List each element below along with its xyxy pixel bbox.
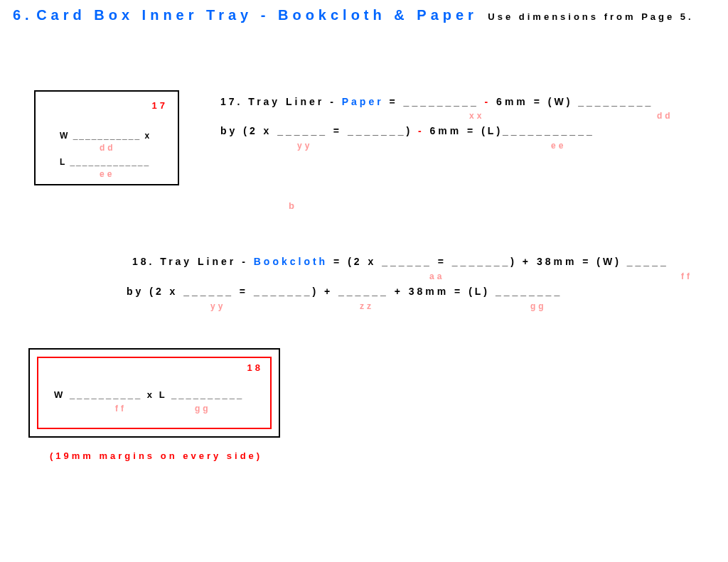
f17b-sub-ee: ee (551, 141, 566, 151)
f17b-by: by (220, 125, 243, 136)
f17-mid: = _________ (384, 96, 485, 107)
diagram-box-17: 17 W ___________ x dd L _____________ ee (34, 90, 179, 185)
f18b-sub-yy: yy (210, 301, 225, 311)
box17-l-line: L _____________ (60, 157, 150, 167)
f18-prefix: 18. Tray Liner - (132, 256, 254, 267)
loose-b-label: b (289, 200, 296, 211)
f18-tail: = (2 x ______ = _______) + 38mm = (W) __… (328, 256, 669, 267)
f18-sub-ff: ff (681, 271, 692, 281)
box18-sub-gg: gg (195, 404, 211, 414)
margins-note: (19mm margins on every side) (50, 450, 262, 461)
box17-number: 17 (152, 100, 168, 111)
f17b-minus: - (412, 125, 429, 136)
f17b-tail: 6mm = (L)___________ (430, 125, 595, 136)
f17-sub-xx: xx (469, 111, 484, 121)
f17b-sub-yy: yy (297, 141, 312, 151)
box18-sub-ff: ff (115, 404, 127, 414)
f17-prefix: 17. Tray Liner - (220, 96, 342, 107)
box17-w-line: W ___________ x (60, 131, 151, 141)
diagram-box-18-outer: 18 W __________ x L __________ ff gg (28, 348, 280, 438)
f18-bookcloth: Bookcloth (254, 256, 328, 267)
page-header: 6. Card Box Inner Tray - Bookcloth & Pap… (13, 7, 728, 23)
header-note: Use dimensions from Page 5. (488, 11, 693, 22)
section-title: Card Box Inner Tray - Bookcloth & Paper (36, 7, 478, 23)
f17-sub-dd: dd (657, 111, 673, 121)
formula-17-line1: 17. Tray Liner - Paper = _________ - 6mm… (220, 95, 653, 108)
formula-18-line2: by (2 x ______ = _______) + ______ + 38m… (127, 286, 562, 297)
f17-minus: - (485, 96, 491, 107)
f18b-sub-zz: zz (360, 301, 374, 311)
formula-18-line1: 18. Tray Liner - Bookcloth = (2 x ______… (132, 256, 669, 267)
box17-w-sub: dd (100, 143, 116, 153)
section-number: 6. (13, 7, 33, 23)
box18-number: 18 (247, 362, 263, 373)
f17-paper: Paper (342, 96, 384, 107)
formula-17-line2: by (2 x ______ = _______) - 6mm = (L)___… (220, 125, 595, 136)
box18-wl-line: W __________ x L __________ (54, 389, 244, 400)
f18-sub-aa: aa (429, 271, 444, 281)
box17-l-sub: ee (100, 169, 114, 179)
diagram-box-18-inner: 18 W __________ x L __________ ff gg (37, 357, 272, 429)
f18b-sub-gg: gg (530, 301, 547, 311)
f17-tail: 6mm = (W) _________ (491, 96, 653, 107)
f17b-paren: (2 x ______ = _______) (243, 125, 412, 136)
